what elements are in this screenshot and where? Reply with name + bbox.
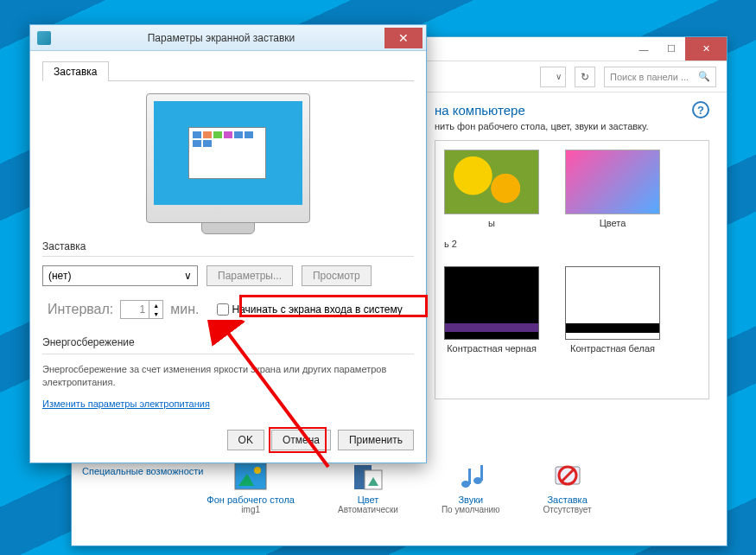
theme-label: Цвета (600, 218, 626, 228)
interval-input[interactable] (121, 301, 149, 318)
theme-label: ы (488, 218, 495, 228)
theme-thumb (565, 150, 660, 214)
theme-item-colors[interactable]: Цвета (565, 150, 660, 228)
search-placeholder: Поиск в панели ... (610, 72, 689, 82)
interval-row: Интервал: ▲ ▼ мин. Начинать с экрана вхо… (42, 295, 414, 324)
energy-heading: Энергосбережение (42, 336, 414, 348)
tab-screensaver[interactable]: Заставка (42, 61, 109, 81)
theme-item-hc-black[interactable]: Контрастная черная (444, 266, 539, 354)
minimize-button[interactable]: — (630, 37, 658, 61)
search-input[interactable]: Поиск в панели ... 🔍 (604, 67, 716, 87)
spinner-down-icon[interactable]: ▼ (149, 309, 162, 318)
login-checkbox-wrap[interactable]: Начинать с экрана входа в систему (217, 303, 403, 316)
color-icon (351, 460, 385, 494)
bottom-value: По умолчанию (442, 505, 500, 514)
bottom-label: Звуки (458, 494, 483, 505)
cancel-button[interactable]: Отмена (271, 430, 331, 450)
maximize-button[interactable]: ☐ (658, 37, 685, 61)
bottom-item-sounds[interactable]: Звуки По умолчанию (442, 460, 500, 514)
dialog-title: Параметры экранной заставки (58, 32, 384, 44)
bottom-item-color[interactable]: Цвет Автоматически (338, 460, 398, 514)
help-icon[interactable]: ? (692, 101, 709, 118)
dropdown-value: (нет) (48, 270, 71, 282)
chevron-down-icon: ∨ (184, 270, 192, 282)
apply-button[interactable]: Применить (338, 430, 414, 450)
refresh-button[interactable]: ↻ (575, 67, 595, 87)
wallpaper-icon (233, 460, 268, 494)
monitor-preview (42, 93, 414, 223)
tabstrip: Заставка (42, 61, 414, 81)
bottom-row: Фон рабочего стола img1 Цвет Автоматичес… (72, 460, 727, 514)
energy-text: Энергосбережение за счет изменения яркос… (42, 363, 414, 390)
cancel-label: Отмена (283, 434, 320, 446)
preview-button[interactable]: Просмотр (302, 265, 372, 286)
bottom-value: img1 (241, 505, 260, 514)
svg-rect-9 (480, 465, 483, 481)
login-checkbox-label: Начинать с экрана входа в систему (232, 303, 403, 316)
monitor-screen (154, 101, 302, 205)
theme-item-hc-white[interactable]: Контрастная белая (565, 266, 660, 354)
bottom-label: Фон рабочего стола (206, 494, 295, 505)
address-dropdown[interactable]: ∨ (540, 67, 566, 87)
theme-thumb (565, 266, 660, 340)
ok-button[interactable]: OK (227, 430, 264, 450)
dialog-close-button[interactable]: ✕ (384, 28, 422, 48)
row-suffix: ь 2 (444, 239, 700, 249)
theme-item-flowers[interactable]: ы (444, 150, 539, 228)
screensaver-dialog: Параметры экранной заставки ✕ Заставка З… (29, 24, 427, 463)
close-button[interactable]: ✕ (685, 37, 727, 61)
search-icon: 🔍 (698, 71, 710, 82)
spinner-up-icon[interactable]: ▲ (149, 301, 162, 309)
theme-label: Контрастная белая (570, 343, 655, 354)
sounds-icon (454, 460, 488, 494)
theme-thumb (444, 150, 539, 214)
interval-unit: мин. (170, 302, 199, 317)
bottom-label: Цвет (358, 494, 379, 505)
theme-thumb (444, 266, 539, 340)
screensaver-icon (550, 460, 585, 494)
bottom-item-background[interactable]: Фон рабочего стола img1 (206, 460, 295, 514)
bottom-label: Заставка (547, 494, 587, 505)
power-settings-link[interactable]: Изменить параметры электропитания (42, 399, 210, 409)
interval-spinner[interactable]: ▲ ▼ (120, 300, 163, 319)
theme-label: Контрастная черная (447, 343, 537, 354)
dialog-icon (37, 31, 51, 45)
screensaver-dropdown[interactable]: (нет) ∨ (42, 265, 198, 286)
themes-panel: ы Цвета ь 2 Контрастная черная Контрастн… (435, 140, 709, 399)
bottom-value: Автоматически (338, 505, 398, 514)
login-checkbox[interactable] (217, 303, 229, 316)
monitor-frame (146, 93, 310, 223)
svg-rect-7 (468, 469, 471, 484)
dialog-footer: OK Отмена Применить (30, 421, 426, 462)
interval-label: Интервал: (48, 302, 113, 317)
bottom-value: Отсутствует (543, 505, 592, 514)
settings-button[interactable]: Параметры... (206, 265, 293, 286)
screensaver-label: Заставка (42, 240, 414, 252)
dialog-titlebar: Параметры экранной заставки ✕ (30, 25, 426, 51)
bottom-item-screensaver[interactable]: Заставка Отсутствует (543, 460, 592, 514)
svg-point-2 (254, 467, 261, 474)
